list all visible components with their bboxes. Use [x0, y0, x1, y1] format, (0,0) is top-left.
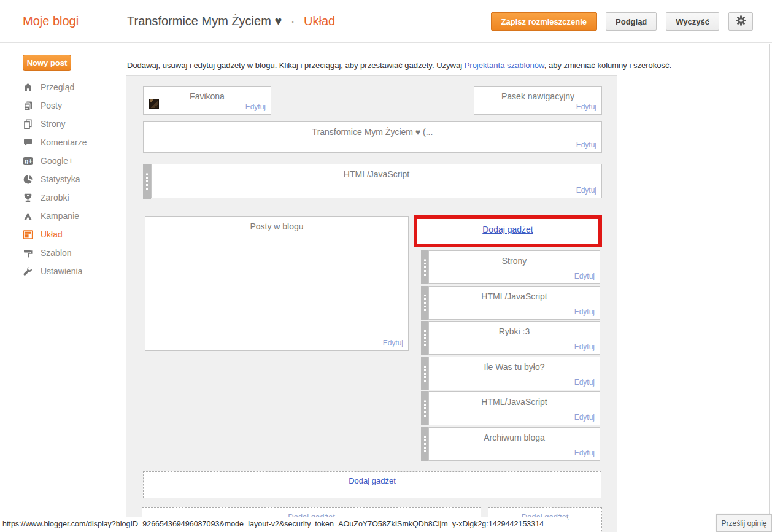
edit-link[interactable]: Edytuj — [574, 378, 595, 387]
sidebar-item-uklad[interactable]: Układ — [0, 225, 126, 244]
template-icon — [23, 248, 34, 258]
edit-link[interactable]: Edytuj — [576, 186, 596, 195]
gadget-title: Ile Was tu było? — [429, 357, 600, 372]
gadget-html-2[interactable]: HTML/JavaScript Edytuj — [428, 391, 600, 425]
home-icon — [23, 82, 34, 93]
clear-button[interactable]: Wyczyść — [666, 12, 719, 31]
sidebar-item-label: Posty — [41, 101, 62, 110]
template-designer-link[interactable]: Projektanta szablonów — [465, 61, 544, 70]
gadget-title: Posty w blogu — [145, 217, 408, 231]
sidebar-item-label: Szablon — [41, 248, 72, 258]
edit-link[interactable]: Edytuj — [574, 307, 595, 316]
edit-link[interactable]: Edytuj — [245, 102, 266, 111]
sidebar-item-label: Zarobki — [41, 193, 69, 202]
gadget-title: Strony — [429, 251, 600, 266]
gadget-title: Transformice Mym Życiem ♥ (... — [144, 122, 601, 137]
edit-link[interactable]: Edytuj — [383, 339, 403, 347]
sidebar-item-zarobki[interactable]: Zarobki — [0, 188, 126, 207]
sidebar-item-label: Komentarze — [41, 137, 87, 147]
gadget-html-1[interactable]: HTML/JavaScript Edytuj — [428, 286, 600, 320]
gadget-navbar[interactable]: Pasek nawigacyjny Edytuj — [474, 86, 602, 115]
sidebar-item-label: Ustawienia — [41, 266, 82, 276]
gadget-favicon[interactable]: Favikona Edytuj — [143, 86, 271, 115]
gadget-title: Pasek nawigacyjny — [474, 87, 601, 101]
settings-gear-button[interactable] — [728, 12, 753, 31]
edit-link[interactable]: Edytuj — [574, 413, 595, 422]
send-feedback-button[interactable]: Prześlij opinię — [716, 514, 772, 532]
sidebar-item-komentarze[interactable]: Komentarze — [0, 133, 126, 152]
layout-icon — [23, 229, 34, 240]
edit-link[interactable]: Edytuj — [574, 449, 595, 457]
add-gadget-placeholder-wide: Dodaj gadżet — [143, 471, 601, 498]
gadget-title: Rybki :3 — [429, 322, 600, 336]
gadget-blog-posts[interactable]: Posty w blogu Edytuj — [145, 216, 409, 351]
sidebar-item-szablon[interactable]: Szablon — [0, 244, 126, 262]
add-gadget-link[interactable]: Dodaj gadżet — [482, 225, 533, 234]
preview-button[interactable]: Podgląd — [606, 12, 657, 31]
earnings-icon — [23, 193, 34, 203]
intro-text-after: , aby zmieniać kolumny i szerokość. — [544, 61, 671, 70]
sidebar-item-posty[interactable]: Posty — [0, 96, 126, 115]
add-gadget-link[interactable]: Dodaj gadżet — [349, 476, 396, 485]
gear-icon — [735, 15, 747, 28]
comments-icon — [23, 137, 34, 148]
edit-link[interactable]: Edytuj — [574, 272, 595, 280]
sidebar-item-label: Przegląd — [41, 82, 74, 92]
page-title: Układ — [304, 14, 335, 28]
browser-status-url: https://www.blogger.com/display?blogID=9… — [0, 517, 568, 532]
gadget-title: HTML/JavaScript — [429, 392, 600, 407]
svg-text:g+: g+ — [25, 157, 33, 164]
sidebar-item-googleplus[interactable]: g+ Google+ — [0, 152, 126, 170]
blog-title: Transformice Mym Życiem ♥ — [127, 14, 282, 28]
posts-icon — [23, 101, 34, 111]
sidebar-item-strony[interactable]: Strony — [0, 115, 126, 133]
gadget-title: HTML/JavaScript — [152, 164, 601, 179]
settings-icon — [23, 266, 34, 277]
edit-link[interactable]: Edytuj — [576, 102, 596, 111]
gadget-title: Archiwum bloga — [429, 428, 600, 442]
add-gadget-highlighted-box: Dodaj gadżet — [414, 215, 602, 247]
layout-editor-panel: Favikona Edytuj Pasek nawigacyjny Edytuj… — [126, 75, 617, 532]
right-edge-line — [769, 44, 770, 532]
edit-link[interactable]: Edytuj — [576, 141, 596, 149]
new-post-button[interactable]: Nowy post — [23, 55, 71, 71]
sidebar-item-label: Google+ — [41, 156, 73, 166]
header-actions: Zapisz rozmieszczenie Podgląd Wyczyść — [491, 12, 753, 31]
gadget-counter[interactable]: Ile Was tu było? Edytuj — [428, 357, 600, 390]
favicon-image — [149, 99, 159, 109]
intro-text-before: Dodawaj, usuwaj i edytuj gadżety w blogu… — [127, 61, 465, 70]
sidebar-item-ustawienia[interactable]: Ustawienia — [0, 262, 126, 280]
gadget-title: HTML/JavaScript — [429, 287, 600, 301]
top-header: Moje blogi Transformice Mym Życiem ♥ · U… — [0, 0, 772, 43]
edit-link[interactable]: Edytuj — [574, 342, 595, 351]
sidebar-item-label: Strony — [41, 119, 65, 129]
sidebar-item-label: Statystyka — [41, 174, 80, 184]
pages-icon — [23, 119, 34, 129]
sidebar-nav: Przegląd Posty Strony — [0, 78, 126, 280]
sidebar-item-przeglad[interactable]: Przegląd — [0, 78, 126, 96]
drag-handle[interactable] — [143, 164, 151, 199]
gadget-archive[interactable]: Archiwum bloga Edytuj — [428, 427, 600, 461]
campaigns-icon — [23, 211, 34, 222]
my-blogs-link[interactable]: Moje blogi — [23, 14, 79, 28]
layout-intro-text: Dodawaj, usuwaj i edytuj gadżety w blogu… — [127, 61, 747, 70]
save-arrangement-button[interactable]: Zapisz rozmieszczenie — [491, 12, 597, 31]
breadcrumb-separator: · — [291, 14, 295, 28]
sidebar: Nowy post Przegląd Posty — [0, 44, 126, 532]
stats-icon — [23, 174, 34, 185]
sidebar-item-label: Układ — [41, 229, 63, 239]
gadget-html-top[interactable]: HTML/JavaScript Edytuj — [151, 164, 602, 198]
gadget-blog-header[interactable]: Transformice Mym Życiem ♥ (... Edytuj — [143, 121, 602, 153]
breadcrumb: Transformice Mym Życiem ♥ · Układ — [127, 14, 335, 28]
sidebar-item-statystyka[interactable]: Statystyka — [0, 170, 126, 188]
sidebar-item-kampanie[interactable]: Kampanie — [0, 207, 126, 225]
gadget-title: Favikona — [144, 87, 271, 101]
gadget-strony[interactable]: Strony Edytuj — [428, 250, 600, 284]
gadget-rybki[interactable]: Rybki :3 Edytuj — [428, 321, 600, 355]
sidebar-item-label: Kampanie — [41, 211, 79, 221]
googleplus-icon: g+ — [23, 156, 34, 166]
